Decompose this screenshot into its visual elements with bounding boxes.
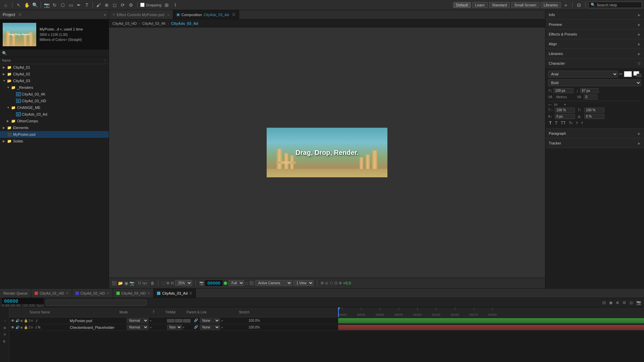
layer1-parent-arrow[interactable]: ▾ <box>221 319 223 322</box>
paragraph-header[interactable]: Paragraph ▶ <box>545 129 644 138</box>
layer-icon[interactable]: ⬡ <box>330 281 333 285</box>
render-toggle[interactable]: ⊕ <box>0 331 9 338</box>
extension-icon[interactable]: ⊟ <box>575 1 583 9</box>
expand-arrow[interactable]: ▶ <box>3 66 7 69</box>
pen-tool[interactable]: ✒ <box>75 1 83 9</box>
layer2-mode-select[interactable]: Normal <box>127 325 149 330</box>
layer1-lock-toggle[interactable]: 🔒 <box>24 319 28 322</box>
font-picker-icon[interactable]: ✏ <box>619 72 623 76</box>
quality-select[interactable]: Full <box>228 280 244 286</box>
zoom-tool[interactable]: 🔍 <box>31 1 39 9</box>
playhead[interactable] <box>338 307 339 317</box>
cityads03ad-tab[interactable]: CityAds_03_Ad ☰ <box>154 289 196 298</box>
tree-graph-icon[interactable]: ⋮ <box>103 59 107 62</box>
style-select[interactable]: Bold <box>548 79 641 86</box>
shy-toggle[interactable]: ☽ <box>0 317 9 324</box>
layer1-vis-toggle[interactable]: 👁 <box>11 318 15 323</box>
snapping-icon[interactable]: ⊞ <box>163 1 170 9</box>
workspace-libraries[interactable]: Libraries <box>541 2 561 8</box>
smallcaps-icon[interactable]: TT <box>568 121 574 125</box>
layer2-parent-link-icon[interactable]: 🔗 <box>194 325 199 330</box>
workspace-smallscreen[interactable]: Small Screen <box>511 2 539 8</box>
tree-item-solids[interactable]: ▶ 📁 Solids <box>0 138 109 144</box>
tracker-header[interactable]: Tracker ▶ <box>545 138 644 148</box>
layer1-switch1[interactable]: ⊕ <box>30 318 34 323</box>
expand-arrow[interactable]: ▶ <box>3 139 7 143</box>
comp-icon2[interactable]: ▣ <box>124 281 128 286</box>
expand-arrow[interactable]: ▶ <box>12 99 16 103</box>
super-icon[interactable]: T <box>575 121 579 125</box>
fit-icon[interactable]: ⊞ <box>166 281 169 285</box>
render-queue-tab[interactable]: Render Queue <box>0 289 31 298</box>
effect-controls-arrow[interactable]: » <box>167 13 169 17</box>
tree-item-cityads03ad[interactable]: ▶ C CityAds_03_Ad <box>0 111 109 118</box>
character-header[interactable]: Character ☰ <box>545 59 644 68</box>
composition-tab[interactable]: ▣ Composition CityAds_03_Ad ☰ <box>173 10 239 19</box>
expand-arrow[interactable]: ▶ <box>3 133 7 136</box>
hand-tool[interactable]: ✋ <box>23 1 31 9</box>
tl-solo-icon[interactable]: ◉ <box>608 300 613 306</box>
project-panel-collapse[interactable]: » <box>104 12 106 17</box>
layer1-trimat-box[interactable] <box>167 319 174 322</box>
roto-tool[interactable]: ⟳ <box>119 1 126 9</box>
layer2-trimat-select[interactable]: None <box>167 325 182 330</box>
expand-arrow[interactable]: ▶ <box>3 126 7 129</box>
brush-tool[interactable]: 🖌 <box>95 1 102 9</box>
cityad03hd-close[interactable]: ✕ <box>147 291 150 295</box>
scale-dropdown[interactable]: ▾ <box>564 103 566 106</box>
font-select[interactable]: Arial <box>548 71 618 77</box>
layer1-parent-select[interactable]: None <box>200 318 220 323</box>
puppet-tool[interactable]: ⬡ <box>59 1 66 9</box>
layer2-audio-toggle[interactable]: 🔊 <box>15 325 19 329</box>
expand-arrow[interactable]: ▶ <box>3 72 7 76</box>
tree-item-cityad02[interactable]: ▶ 📁 CityAd_02 <box>0 71 109 77</box>
baseline-input[interactable] <box>555 114 575 119</box>
layer-row-1[interactable]: 👁 🔊 ◉ 🔒 1 ⊕ / MyPoster.psd Normal ▾ <box>9 317 338 324</box>
tl-camera2-icon[interactable]: 📷 <box>636 300 642 306</box>
tree-item-elements[interactable]: ▶ 📁 Elements <box>0 124 109 131</box>
cityad03hd-tab[interactable]: CityAd_03_HD ✕ <box>113 289 154 298</box>
expand-arrow[interactable]: ▶ <box>7 119 11 123</box>
font-size-input[interactable] <box>553 88 574 93</box>
info-header[interactable]: Info ▶ <box>545 10 644 19</box>
tree-item-othercomps[interactable]: ▶ 📁 OtherComps <box>0 118 109 124</box>
view-select[interactable]: 1 View <box>293 280 314 286</box>
motion-blur-toggle[interactable]: ◐ <box>0 338 9 344</box>
layer-row-2[interactable]: 👁 🔊 ◉ 🔒 2 ⊕ / fx Checkerboard_Placeholde… <box>9 324 338 331</box>
effects-presets-header[interactable]: Effects & Presets ▶ <box>545 29 644 39</box>
snapping-checkbox[interactable] <box>140 3 145 7</box>
workspace-learn[interactable]: Learn <box>472 2 488 8</box>
tree-item-cityad03[interactable]: ▼ 📂 CityAd_03 <box>0 77 109 84</box>
layer2-mode-arrow[interactable]: ▾ <box>150 326 152 329</box>
layer1-parent-link-icon[interactable]: 🔗 <box>194 318 199 323</box>
timeline-search-input[interactable] <box>46 300 147 306</box>
align-header[interactable]: Align ▶ <box>545 39 644 49</box>
sub-icon[interactable]: T <box>580 121 584 125</box>
tree-item-cityad03hd[interactable]: ▶ C CityAd_03_HD <box>0 98 109 104</box>
workspace-default[interactable]: Default <box>453 2 471 8</box>
layer1-trimat-box3[interactable] <box>183 319 191 322</box>
tl-timecode[interactable]: 00000 <box>2 298 44 304</box>
quality-toggle[interactable]: ◑ <box>0 324 9 331</box>
workspace-standard[interactable]: Standard <box>489 2 510 8</box>
cityad02hd-close[interactable]: ✕ <box>107 291 109 295</box>
clone-tool[interactable]: ⊕ <box>103 1 110 9</box>
cityad02hd-tab[interactable]: CityAd_02_HD ✕ <box>72 289 113 298</box>
project-panel-menu-icon[interactable]: ☰ <box>18 13 21 16</box>
camera-select[interactable]: Active Camera <box>255 280 292 286</box>
layer2-trimat-arrow[interactable]: ▾ <box>183 326 184 329</box>
viewer-3d-icon[interactable]: ⬛ <box>249 281 254 285</box>
tree-item-myposter[interactable]: ▶ ⬛ MyPoster.psd <box>0 131 109 138</box>
tree-item-cityad01[interactable]: ▶ 📁 CityAd_01 <box>0 64 109 71</box>
track-row-2[interactable] <box>338 324 644 331</box>
layer2-fx-label[interactable]: fx <box>38 325 41 329</box>
open-icon[interactable]: 📂 <box>118 281 123 286</box>
region-icon[interactable]: ⬚ <box>162 281 165 285</box>
tl-compose-icon[interactable]: ⊟ <box>602 300 606 306</box>
more-workspaces-icon[interactable]: » <box>562 1 570 9</box>
project-search-input[interactable] <box>8 51 107 55</box>
rotate-tool[interactable]: ↻ <box>51 1 58 9</box>
tl-mask2-icon[interactable]: ◎ <box>629 300 634 306</box>
expand-arrow[interactable]: ▶ <box>12 113 16 116</box>
viewer-timecode[interactable]: 00000 <box>205 280 222 286</box>
